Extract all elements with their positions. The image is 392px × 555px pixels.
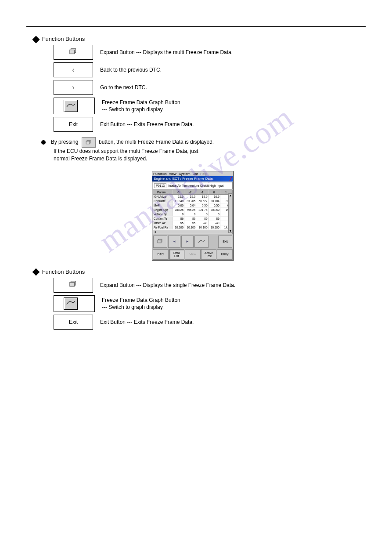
expand-button[interactable] <box>54 45 93 60</box>
exit-label: Exit <box>69 121 78 127</box>
grid-header: Param... -3 -2 -1 0 1 <box>153 190 232 195</box>
menu-bar[interactable]: Bar <box>193 172 198 176</box>
expand-text-4: normal Freeze Frame Data is displayed. <box>54 155 366 163</box>
cell-value: 308.50 <box>209 208 220 212</box>
table-row: MAF5.005.040.500.500.5 <box>153 203 232 208</box>
menu-help[interactable]: Help <box>200 172 207 176</box>
graph-button-2[interactable] <box>64 297 78 310</box>
stack-icon <box>68 48 78 57</box>
table-row: Calculate11.04833.20558.62730.78432.3 <box>153 199 232 203</box>
tab-dtc[interactable]: DTC <box>153 249 169 260</box>
graph-button-2-outer <box>54 295 95 312</box>
mid-button-bar: ◄ ► Exit <box>152 235 233 249</box>
exit-button-1[interactable]: Exit <box>54 117 93 132</box>
cell-value: 16.5 <box>209 195 220 199</box>
mid-graph-button[interactable] <box>194 236 209 248</box>
row-label: IGN Advan <box>153 195 173 199</box>
menu-view[interactable]: View <box>169 172 176 176</box>
menu-function[interactable]: Function <box>153 172 167 176</box>
table-row: Coolant Te868686868 <box>153 217 232 221</box>
next-dtc-button[interactable]: › <box>54 80 93 95</box>
cell-value: 18.5 <box>196 195 208 199</box>
mid-prev-button[interactable]: ◄ <box>168 236 180 248</box>
chevron-left-icon: ‹ <box>72 66 74 74</box>
cell-value: 86 <box>209 217 220 221</box>
data-grid: Param... -3 -2 -1 0 1 IGN Advan15.515.51… <box>153 190 233 234</box>
exit-button-2[interactable]: Exit <box>54 315 93 330</box>
tab-active-test[interactable]: Active Test <box>201 249 217 260</box>
col-head-m1[interactable]: -1 <box>196 190 208 194</box>
expand-note-row: By pressing button, the multi Freeze Fra… <box>41 137 366 148</box>
next-desc: Go to the next DTC. <box>100 84 366 91</box>
cell-value: 10.100 <box>173 225 184 229</box>
titlebar: Engine and ECT / Freeze Frame Data ╱ <box>152 176 233 181</box>
cell-value: 821.75 <box>196 208 208 212</box>
tab-view: View <box>185 249 201 260</box>
section-1-title: Function Buttons <box>42 36 85 42</box>
cell-value: 15.5 <box>184 195 196 199</box>
prev-desc: Back to the previous DTC. <box>100 66 366 73</box>
vertical-scrollbar[interactable]: ▲▼ <box>228 193 233 233</box>
top-rule <box>26 26 366 27</box>
cell-value: 0 <box>196 212 208 216</box>
tab-data-list[interactable]: Data List <box>169 249 185 260</box>
table-row: Intake Air5555-40-40- <box>153 221 232 225</box>
row-label: Coolant Te <box>153 217 173 221</box>
exit-desc-1: Exit Button --- Exits Freeze Frame Data. <box>100 121 366 128</box>
col-head-m3[interactable]: -3 <box>173 190 184 194</box>
table-row: Engine Spe788.25795.25821.75308.50194. <box>153 208 232 212</box>
row-label: Calculate <box>153 199 173 203</box>
expand-desc-2: Expand Button --- Displays the single Fr… <box>100 282 366 289</box>
curve-icon <box>66 299 76 308</box>
chevron-right-icon: › <box>72 83 74 91</box>
diamond-bullet-icon <box>32 36 40 43</box>
svg-rect-1 <box>70 50 75 54</box>
bottom-button-bar: DTC Data List View Active Test Utility <box>152 249 233 260</box>
dtc-code: P0113 <box>154 183 166 188</box>
col-head-param[interactable]: Param... <box>153 190 173 194</box>
menubar: Function View System Bar Help <box>152 171 233 176</box>
svg-rect-7 <box>70 283 75 287</box>
cell-value: 795.25 <box>184 208 196 212</box>
section-2-head: Function Buttons <box>33 268 366 275</box>
row-label: Vehicle Sp <box>153 212 173 216</box>
cell-value: 0 <box>184 212 196 216</box>
expand-text-1: By pressing <box>51 139 79 145</box>
table-row: Air-Fuel Ra10.10010.10010.10010.10014.30 <box>153 225 232 230</box>
expand-button-inline[interactable] <box>82 137 96 148</box>
cell-value: 55 <box>184 221 196 225</box>
expand-desc: Expand Button --- Displays the multi Fre… <box>100 49 366 56</box>
graph-button-1[interactable] <box>64 100 78 112</box>
mid-exit-button[interactable]: Exit <box>218 236 232 248</box>
table-row: IGN Advan15.515.518.516.514 <box>153 195 232 199</box>
cell-value: 5.04 <box>184 203 196 207</box>
mid-expand-button[interactable] <box>153 236 167 248</box>
expand-button-2[interactable] <box>54 278 93 293</box>
cell-value: 10.100 <box>184 225 196 229</box>
section-2-title: Function Buttons <box>42 268 85 275</box>
section-1-head: Function Buttons <box>33 36 366 42</box>
mid-next-button[interactable]: ► <box>181 236 194 248</box>
col-head-m2[interactable]: -2 <box>184 190 196 194</box>
tab-utility[interactable]: Utility <box>217 249 233 260</box>
cell-value: 33.205 <box>184 199 196 203</box>
prev-dtc-button[interactable]: ‹ <box>54 62 93 77</box>
cell-value: 15.5 <box>173 195 184 199</box>
row-label: MAF <box>153 203 173 207</box>
graph-desc-2: Freeze Frame Data Graph Button --- Switc… <box>102 297 366 311</box>
menu-system[interactable]: System <box>179 172 191 176</box>
cell-value: 86 <box>173 217 184 221</box>
chevron-left-icon: ◄ <box>173 239 176 243</box>
col-head-0[interactable]: 0 <box>209 190 220 194</box>
cell-value: 11.048 <box>173 199 184 203</box>
cell-value: -40 <box>196 221 208 225</box>
row-label: Engine Spe <box>153 208 173 212</box>
dtc-code-desc: Intake Air Temperature Circuit High Inpu… <box>168 184 223 187</box>
cell-value: 0.50 <box>196 203 208 207</box>
horizontal-scrollbar[interactable]: ◄► <box>153 230 232 234</box>
app-window: Function View System Bar Help Engine and… <box>152 171 234 261</box>
row-label: Air-Fuel Ra <box>153 225 173 229</box>
stack-icon <box>68 280 78 290</box>
cell-value: 788.25 <box>173 208 184 212</box>
close-icon[interactable]: ╱ <box>230 177 232 181</box>
